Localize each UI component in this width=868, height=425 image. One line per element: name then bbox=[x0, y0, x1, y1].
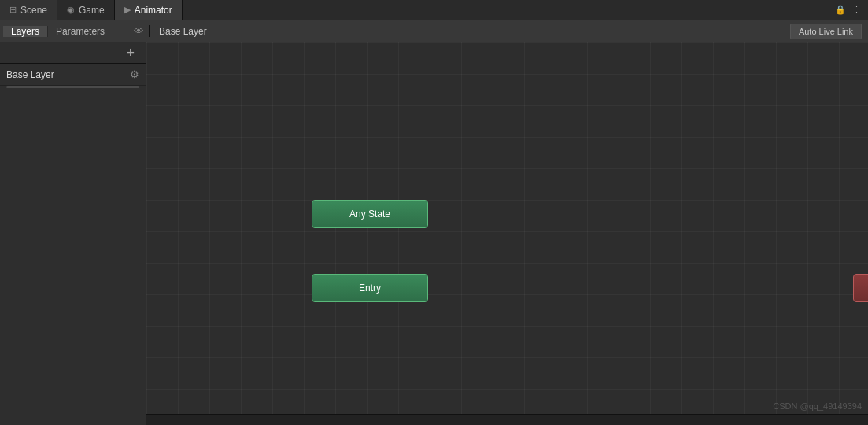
top-tab-bar: ⊞ Scene ◉ Game ▶ Animator 🔒 ⋮ bbox=[0, 0, 868, 20]
scene-icon: ⊞ bbox=[9, 5, 17, 15]
visibility-icon[interactable]: 👁 bbox=[134, 25, 144, 37]
sidebar: + Base Layer ⚙ bbox=[0, 42, 146, 425]
gear-icon[interactable]: ⚙ bbox=[130, 68, 139, 80]
menu-icon[interactable]: ⋮ bbox=[851, 5, 862, 16]
tab-scene-label: Scene bbox=[20, 5, 47, 16]
state-node-any-state[interactable]: Any State bbox=[312, 200, 428, 228]
layer-item-base[interactable]: Base Layer ⚙ bbox=[0, 64, 146, 86]
canvas-area[interactable]: Any State Entry Exit CSDN @qq_49149394 bbox=[146, 42, 868, 425]
tab-scene[interactable]: ⊞ Scene bbox=[0, 0, 57, 20]
tab-animator[interactable]: ▶ Animator bbox=[115, 0, 183, 20]
tab-layers[interactable]: Layers bbox=[3, 26, 48, 37]
watermark: CSDN @qq_49149394 bbox=[773, 401, 862, 411]
entry-label: Entry bbox=[359, 283, 381, 294]
tab-parameters-label: Parameters bbox=[56, 26, 105, 37]
scrollbar-horizontal[interactable] bbox=[146, 414, 868, 425]
tab-game-label: Game bbox=[79, 5, 105, 16]
window-controls: 🔒 ⋮ bbox=[835, 5, 868, 16]
watermark-text: CSDN @qq_49149394 bbox=[773, 401, 862, 411]
layer-item-label: Base Layer bbox=[6, 69, 125, 80]
main-layout: + Base Layer ⚙ Any State Entry Exit CSDN… bbox=[0, 42, 868, 425]
auto-live-link-label: Auto Live Link bbox=[799, 27, 853, 36]
lock-icon[interactable]: 🔒 bbox=[835, 5, 846, 16]
tab-parameters[interactable]: Parameters bbox=[48, 26, 113, 37]
grid-background bbox=[146, 42, 868, 425]
tab-layers-label: Layers bbox=[11, 26, 39, 37]
game-icon: ◉ bbox=[67, 5, 75, 15]
sidebar-plus-button[interactable]: + bbox=[120, 46, 141, 60]
state-node-exit[interactable]: Exit bbox=[853, 274, 868, 302]
sub-header: Layers Parameters 👁 Base Layer Auto Live… bbox=[0, 20, 868, 42]
any-state-label: Any State bbox=[349, 209, 390, 220]
auto-live-link-button[interactable]: Auto Live Link bbox=[790, 24, 862, 39]
animator-icon: ▶ bbox=[124, 5, 131, 15]
breadcrumb: Base Layer bbox=[150, 26, 216, 37]
tab-game[interactable]: ◉ Game bbox=[57, 0, 115, 20]
breadcrumb-text: Base Layer bbox=[159, 26, 207, 37]
state-node-entry[interactable]: Entry bbox=[312, 274, 428, 302]
layer-item-bar bbox=[6, 86, 139, 88]
tab-animator-label: Animator bbox=[135, 5, 172, 16]
